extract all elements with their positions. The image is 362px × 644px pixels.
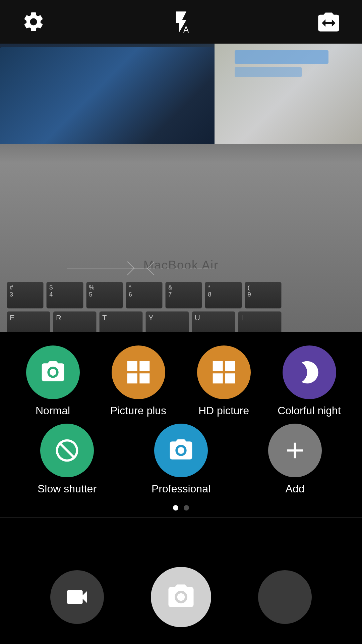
key-e: E bbox=[7, 311, 50, 332]
mode-normal[interactable]: Normal bbox=[13, 345, 92, 417]
mode-grid-row1: Normal Picture plus HD picture bbox=[0, 332, 362, 424]
mode-grid-row2: Slow shutter Professional Add bbox=[0, 424, 362, 502]
key-u: U bbox=[192, 311, 235, 332]
page-indicator bbox=[0, 505, 362, 511]
mode-hd-picture[interactable]: HD picture bbox=[184, 345, 263, 417]
mode-add[interactable]: Add bbox=[241, 424, 349, 495]
keyboard-area: #3 $4 %5 ^6 &7 *8 (9 E R T Y U I D F G H bbox=[7, 282, 282, 332]
mode-normal-label: Normal bbox=[36, 405, 70, 417]
key-i: I bbox=[238, 311, 282, 332]
mode-slow-shutter[interactable]: Slow shutter bbox=[13, 424, 121, 495]
mode-picture-plus-label: Picture plus bbox=[110, 405, 166, 417]
mode-add-icon bbox=[268, 424, 322, 477]
key-y: Y bbox=[145, 311, 189, 332]
shutter-button[interactable] bbox=[151, 567, 211, 627]
mode-selector-sheet: Normal Picture plus HD picture bbox=[0, 332, 362, 553]
mode-colorful-night-icon bbox=[283, 345, 336, 399]
mode-colorful-night[interactable]: Colorful night bbox=[270, 345, 349, 417]
bottom-controls bbox=[0, 550, 362, 644]
mode-slow-shutter-icon bbox=[40, 424, 94, 477]
settings-button[interactable] bbox=[20, 8, 47, 35]
key-row1: (9 bbox=[245, 282, 282, 309]
mode-add-label: Add bbox=[286, 483, 305, 495]
key-row1: &7 bbox=[165, 282, 202, 309]
key-r: R bbox=[53, 311, 97, 332]
mode-normal-icon bbox=[26, 345, 80, 399]
video-button[interactable] bbox=[50, 570, 104, 624]
key-row1: #3 bbox=[7, 282, 44, 309]
macbook-keyboard: MacBook Air #3 $4 %5 ^6 &7 *8 (9 E R T Y… bbox=[0, 144, 362, 332]
mode-hd-picture-icon bbox=[197, 345, 251, 399]
mode-slow-shutter-label: Slow shutter bbox=[38, 483, 97, 495]
key-row1: $4 bbox=[46, 282, 83, 309]
top-bar: A bbox=[0, 0, 362, 44]
flash-auto-button[interactable]: A bbox=[168, 8, 194, 35]
mode-professional[interactable]: Professional bbox=[127, 424, 235, 495]
svg-text:A: A bbox=[183, 24, 189, 34]
key-row1: *8 bbox=[205, 282, 242, 309]
camera-viewfinder: MacBook Air #3 $4 %5 ^6 &7 *8 (9 E R T Y… bbox=[0, 44, 362, 332]
mode-professional-icon bbox=[154, 424, 208, 477]
divider bbox=[0, 517, 362, 518]
focus-indicator bbox=[67, 255, 215, 282]
mode-hd-picture-label: HD picture bbox=[198, 405, 249, 417]
gallery-button[interactable] bbox=[258, 570, 312, 624]
mode-colorful-night-label: Colorful night bbox=[278, 405, 341, 417]
key-t: T bbox=[99, 311, 143, 332]
key-row1: ^6 bbox=[126, 282, 163, 309]
page-dot-2 bbox=[184, 505, 189, 511]
key-row1: %5 bbox=[86, 282, 123, 309]
switch-camera-button[interactable] bbox=[315, 8, 342, 35]
mode-professional-label: Professional bbox=[152, 483, 210, 495]
mode-picture-plus-icon bbox=[112, 345, 165, 399]
page-dot-1 bbox=[173, 505, 178, 511]
mode-picture-plus[interactable]: Picture plus bbox=[99, 345, 178, 417]
